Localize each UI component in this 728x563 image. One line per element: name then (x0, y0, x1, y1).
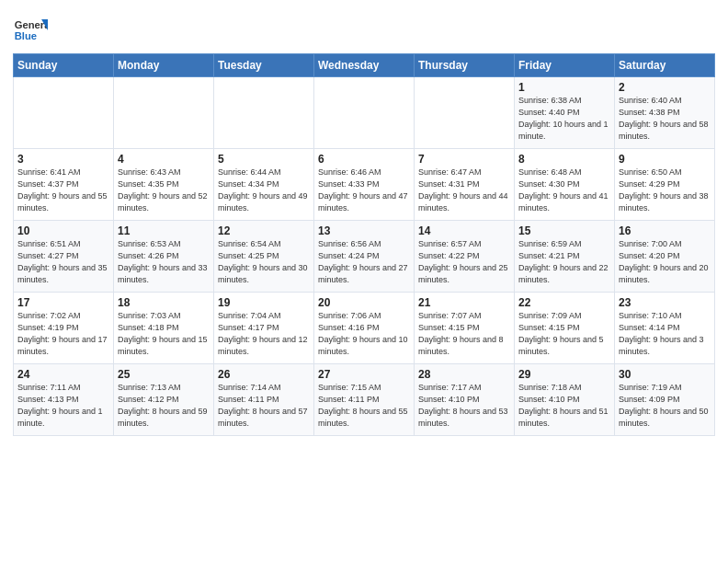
day-info: Sunrise: 7:06 AM Sunset: 4:16 PM Dayligh… (318, 310, 410, 358)
col-header-wednesday: Wednesday (314, 54, 415, 77)
day-info: Sunrise: 7:09 AM Sunset: 4:15 PM Dayligh… (518, 310, 610, 358)
day-info: Sunrise: 7:02 AM Sunset: 4:19 PM Dayligh… (17, 310, 109, 358)
day-info: Sunrise: 7:11 AM Sunset: 4:13 PM Dayligh… (17, 382, 109, 430)
calendar-cell: 28Sunrise: 7:17 AM Sunset: 4:10 PM Dayli… (415, 364, 515, 436)
svg-text:Blue: Blue (15, 30, 37, 41)
day-info: Sunrise: 7:00 AM Sunset: 4:20 PM Dayligh… (619, 238, 711, 286)
calendar-table: SundayMondayTuesdayWednesdayThursdayFrid… (13, 53, 715, 436)
calendar-cell: 12Sunrise: 6:54 AM Sunset: 4:25 PM Dayli… (214, 221, 314, 293)
calendar-cell: 2Sunrise: 6:40 AM Sunset: 4:38 PM Daylig… (615, 77, 715, 149)
day-info: Sunrise: 7:18 AM Sunset: 4:10 PM Dayligh… (518, 382, 610, 430)
calendar-cell: 1Sunrise: 6:38 AM Sunset: 4:40 PM Daylig… (515, 77, 615, 149)
day-number: 4 (118, 153, 210, 166)
calendar-cell: 6Sunrise: 6:46 AM Sunset: 4:33 PM Daylig… (314, 149, 415, 221)
calendar-cell: 19Sunrise: 7:04 AM Sunset: 4:17 PM Dayli… (214, 293, 314, 364)
calendar-cell: 9Sunrise: 6:50 AM Sunset: 4:29 PM Daylig… (615, 149, 715, 221)
day-info: Sunrise: 6:41 AM Sunset: 4:37 PM Dayligh… (17, 167, 109, 214)
day-number: 11 (118, 224, 210, 237)
header-row: SundayMondayTuesdayWednesdayThursdayFrid… (14, 54, 715, 77)
calendar-cell: 20Sunrise: 7:06 AM Sunset: 4:16 PM Dayli… (314, 293, 415, 364)
calendar-cell: 18Sunrise: 7:03 AM Sunset: 4:18 PM Dayli… (114, 293, 214, 364)
day-number: 10 (17, 224, 109, 237)
day-number: 15 (518, 224, 610, 237)
day-number: 6 (318, 153, 410, 166)
day-info: Sunrise: 6:47 AM Sunset: 4:31 PM Dayligh… (418, 167, 510, 214)
day-number: 17 (17, 296, 109, 309)
day-number: 21 (418, 296, 510, 309)
day-number: 1 (518, 81, 610, 94)
calendar-cell: 25Sunrise: 7:13 AM Sunset: 4:12 PM Dayli… (114, 364, 214, 436)
day-number: 19 (218, 296, 310, 309)
calendar-cell: 11Sunrise: 6:53 AM Sunset: 4:26 PM Dayli… (114, 221, 214, 293)
day-info: Sunrise: 6:54 AM Sunset: 4:25 PM Dayligh… (218, 238, 310, 286)
calendar-cell: 21Sunrise: 7:07 AM Sunset: 4:15 PM Dayli… (415, 293, 515, 364)
day-number: 20 (318, 296, 410, 309)
col-header-friday: Friday (515, 54, 615, 77)
day-info: Sunrise: 6:44 AM Sunset: 4:34 PM Dayligh… (218, 167, 310, 214)
calendar-cell: 30Sunrise: 7:19 AM Sunset: 4:09 PM Dayli… (615, 364, 715, 436)
day-number: 14 (418, 224, 510, 237)
calendar-cell: 22Sunrise: 7:09 AM Sunset: 4:15 PM Dayli… (515, 293, 615, 364)
logo-icon: General Blue (13, 13, 48, 48)
day-info: Sunrise: 6:46 AM Sunset: 4:33 PM Dayligh… (318, 167, 410, 214)
week-row-1: 1Sunrise: 6:38 AM Sunset: 4:40 PM Daylig… (14, 77, 715, 149)
calendar-cell: 7Sunrise: 6:47 AM Sunset: 4:31 PM Daylig… (415, 149, 515, 221)
day-number: 9 (619, 153, 711, 166)
day-number: 12 (218, 224, 310, 237)
day-info: Sunrise: 6:43 AM Sunset: 4:35 PM Dayligh… (118, 167, 210, 214)
day-number: 30 (619, 368, 711, 381)
calendar-cell (314, 77, 415, 149)
calendar-cell: 16Sunrise: 7:00 AM Sunset: 4:20 PM Dayli… (615, 221, 715, 293)
day-info: Sunrise: 6:56 AM Sunset: 4:24 PM Dayligh… (318, 238, 410, 286)
day-number: 3 (17, 153, 109, 166)
day-number: 22 (518, 296, 610, 309)
logo: General Blue (13, 13, 48, 48)
calendar-cell: 24Sunrise: 7:11 AM Sunset: 4:13 PM Dayli… (14, 364, 114, 436)
day-number: 8 (518, 153, 610, 166)
day-info: Sunrise: 7:17 AM Sunset: 4:10 PM Dayligh… (418, 382, 510, 430)
calendar-cell: 15Sunrise: 6:59 AM Sunset: 4:21 PM Dayli… (515, 221, 615, 293)
day-info: Sunrise: 6:50 AM Sunset: 4:29 PM Dayligh… (619, 167, 711, 214)
day-info: Sunrise: 7:19 AM Sunset: 4:09 PM Dayligh… (619, 382, 711, 430)
calendar-cell: 27Sunrise: 7:15 AM Sunset: 4:11 PM Dayli… (314, 364, 415, 436)
day-number: 18 (118, 296, 210, 309)
day-number: 26 (218, 368, 310, 381)
day-info: Sunrise: 7:07 AM Sunset: 4:15 PM Dayligh… (418, 310, 510, 358)
col-header-saturday: Saturday (615, 54, 715, 77)
calendar-cell: 13Sunrise: 6:56 AM Sunset: 4:24 PM Dayli… (314, 221, 415, 293)
page: General Blue SundayMondayTuesdayWednesda… (0, 0, 728, 563)
calendar-cell: 17Sunrise: 7:02 AM Sunset: 4:19 PM Dayli… (14, 293, 114, 364)
week-row-3: 10Sunrise: 6:51 AM Sunset: 4:27 PM Dayli… (14, 221, 715, 293)
day-info: Sunrise: 6:53 AM Sunset: 4:26 PM Dayligh… (118, 238, 210, 286)
day-info: Sunrise: 6:48 AM Sunset: 4:30 PM Dayligh… (518, 167, 610, 214)
calendar-cell: 10Sunrise: 6:51 AM Sunset: 4:27 PM Dayli… (14, 221, 114, 293)
week-row-5: 24Sunrise: 7:11 AM Sunset: 4:13 PM Dayli… (14, 364, 715, 436)
day-number: 27 (318, 368, 410, 381)
day-info: Sunrise: 7:03 AM Sunset: 4:18 PM Dayligh… (118, 310, 210, 358)
calendar-cell: 5Sunrise: 6:44 AM Sunset: 4:34 PM Daylig… (214, 149, 314, 221)
calendar-cell (214, 77, 314, 149)
day-number: 16 (619, 224, 711, 237)
calendar-cell: 14Sunrise: 6:57 AM Sunset: 4:22 PM Dayli… (415, 221, 515, 293)
calendar-cell (415, 77, 515, 149)
calendar-cell: 4Sunrise: 6:43 AM Sunset: 4:35 PM Daylig… (114, 149, 214, 221)
calendar-cell: 23Sunrise: 7:10 AM Sunset: 4:14 PM Dayli… (615, 293, 715, 364)
calendar-cell: 3Sunrise: 6:41 AM Sunset: 4:37 PM Daylig… (14, 149, 114, 221)
calendar-cell: 8Sunrise: 6:48 AM Sunset: 4:30 PM Daylig… (515, 149, 615, 221)
header: General Blue (13, 9, 715, 48)
day-info: Sunrise: 7:14 AM Sunset: 4:11 PM Dayligh… (218, 382, 310, 430)
day-number: 24 (17, 368, 109, 381)
week-row-2: 3Sunrise: 6:41 AM Sunset: 4:37 PM Daylig… (14, 149, 715, 221)
day-number: 23 (619, 296, 711, 309)
day-info: Sunrise: 7:04 AM Sunset: 4:17 PM Dayligh… (218, 310, 310, 358)
calendar-cell: 29Sunrise: 7:18 AM Sunset: 4:10 PM Dayli… (515, 364, 615, 436)
day-info: Sunrise: 7:15 AM Sunset: 4:11 PM Dayligh… (318, 382, 410, 430)
week-row-4: 17Sunrise: 7:02 AM Sunset: 4:19 PM Dayli… (14, 293, 715, 364)
col-header-thursday: Thursday (415, 54, 515, 77)
day-number: 13 (318, 224, 410, 237)
day-number: 25 (118, 368, 210, 381)
day-info: Sunrise: 6:51 AM Sunset: 4:27 PM Dayligh… (17, 238, 109, 286)
day-number: 29 (518, 368, 610, 381)
day-info: Sunrise: 7:10 AM Sunset: 4:14 PM Dayligh… (619, 310, 711, 358)
day-number: 7 (418, 153, 510, 166)
